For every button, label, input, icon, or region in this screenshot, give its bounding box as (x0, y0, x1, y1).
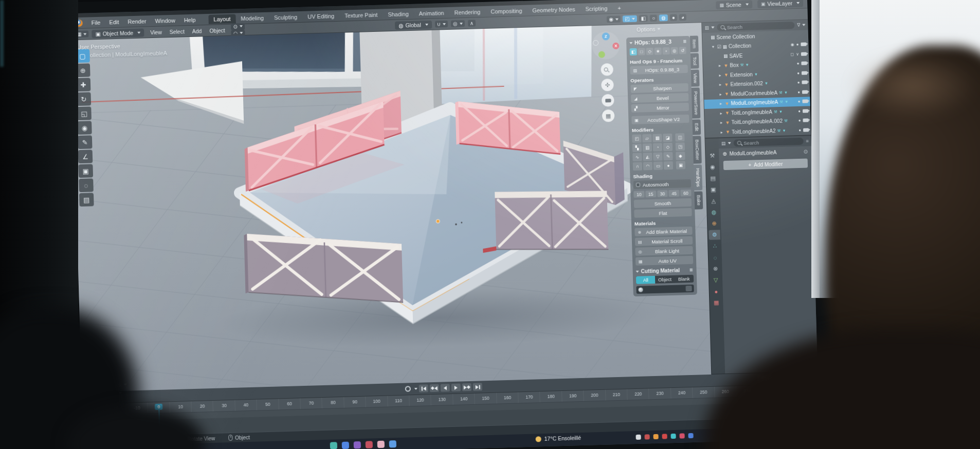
tray-icon[interactable] (679, 433, 684, 438)
tab-world[interactable]: ◍ (708, 207, 720, 217)
workspace-tab[interactable]: Texture Paint (339, 10, 383, 20)
camera-icon[interactable] (802, 81, 807, 84)
orientation-dropdown[interactable]: ◍ Global (395, 20, 432, 29)
eye-icon[interactable]: ● (796, 61, 799, 66)
perspective-toggle-icon[interactable]: ▦ (602, 109, 615, 122)
mode-dropdown[interactable]: ▣ Object Mode (92, 28, 144, 38)
modifier-icon-button[interactable]: ▱ (642, 134, 651, 142)
angle-preset-button[interactable]: 45 (669, 190, 680, 197)
tab-render[interactable]: ◉ (707, 162, 719, 172)
tray-icon[interactable] (670, 434, 676, 439)
cut-segment-button[interactable]: Blank (675, 275, 694, 283)
tab-physics[interactable]: ◌ (710, 252, 721, 263)
dash-icon[interactable]: ∨ (796, 52, 799, 57)
cutting-material-header[interactable]: Cutting Material (641, 268, 680, 274)
properties-search-input[interactable]: Search (733, 138, 804, 147)
expand-arrow-icon[interactable]: ▾ (711, 45, 715, 49)
expand-arrow-icon[interactable]: ▸ (719, 120, 723, 125)
camera-view-icon[interactable] (602, 94, 614, 107)
view-layer-selector[interactable]: ▣ ViewLayer (757, 0, 804, 8)
modifier-icon-button[interactable]: ∩ (633, 162, 642, 171)
tab-scene[interactable]: ◬ (708, 196, 720, 206)
scene-selector[interactable]: ▩ Scene (716, 0, 752, 9)
viewport-menu-item[interactable]: View (147, 28, 165, 36)
checkbox-icon[interactable] (636, 183, 640, 187)
play-button[interactable] (451, 384, 461, 391)
workspace-tab[interactable]: Compositing (485, 6, 528, 16)
prev-keyframe-button[interactable] (430, 384, 439, 392)
wall-module-gray-right[interactable] (481, 189, 608, 253)
tab-data[interactable]: ▽ (710, 275, 722, 285)
viewport-menu-item[interactable]: Add (189, 27, 205, 35)
menu-item[interactable]: File (87, 18, 104, 27)
camera-icon[interactable] (802, 90, 808, 93)
workspace-tab[interactable]: Modeling (235, 13, 269, 23)
sidebar-tab[interactable]: HardOps (694, 164, 702, 190)
gizmo-x-axis[interactable]: X (612, 43, 619, 49)
tab-material[interactable]: ● (710, 286, 722, 296)
add-modifier-button[interactable]: + Add Modifier (723, 159, 808, 171)
cut-segment-button[interactable]: Object (655, 275, 675, 284)
accushape-button[interactable]: ▣AccuShape V2 (631, 115, 689, 124)
workspace-tab[interactable]: Scripting (580, 4, 612, 14)
tool-11[interactable]: ▤ (79, 193, 94, 207)
tab-tool[interactable]: ⚒ (706, 151, 718, 161)
hops-quick-icon[interactable]: ◧ (629, 48, 637, 55)
workspace-tab[interactable]: Shading (383, 9, 414, 19)
sidebar-tab[interactable]: Bake (694, 191, 703, 209)
tab-modifiers[interactable]: ⚙ (709, 230, 720, 240)
operator-button[interactable]: ▞Mirror (631, 103, 689, 113)
workspace-tab[interactable]: Rendering (449, 7, 485, 17)
modifier-icon-button[interactable]: ▽ (653, 152, 662, 160)
taskbar-app-icon[interactable] (366, 441, 373, 448)
zoom-icon[interactable] (601, 63, 613, 76)
camera-icon[interactable] (803, 128, 809, 132)
gizmo-y-axis[interactable] (598, 51, 605, 58)
tool-transform[interactable]: ◉ (77, 121, 92, 135)
menu-item[interactable]: Help (180, 15, 199, 24)
tray-icon[interactable] (662, 434, 667, 439)
auto-key-record-icon[interactable] (405, 386, 411, 391)
jump-to-start-button[interactable] (419, 384, 428, 392)
eye-icon[interactable]: ● (798, 109, 801, 114)
viewport-3d[interactable]: User Perspective (0) Collection | ModulL… (72, 23, 712, 392)
workspace-tab[interactable]: UV Editing (302, 11, 339, 21)
modifier-icon-button[interactable]: ◠ (643, 162, 652, 170)
hops-quick-icon[interactable]: ▫ (662, 47, 669, 54)
shading-rendered[interactable]: ◕ (679, 14, 686, 21)
tool-add-cube[interactable]: ▣ (78, 164, 93, 178)
editor-type-dropdown[interactable]: ▤ (721, 141, 731, 146)
hops-title[interactable]: HOps: 0.9.88_3 (634, 39, 672, 46)
options-dropdown[interactable]: Options (637, 26, 661, 32)
check-icon[interactable]: ◻ (790, 52, 794, 57)
material-button[interactable]: ◎Blank Light (635, 246, 693, 256)
taskbar-app-icon[interactable] (377, 441, 385, 448)
operator-button[interactable]: ◤Sharpen (630, 83, 688, 93)
taskbar-app-icon[interactable] (389, 440, 396, 447)
modifier-side-button[interactable]: ◆ (676, 152, 685, 160)
modifier-icon-button[interactable]: ✎ (663, 152, 673, 160)
modifier-icon-button[interactable]: ◇ (663, 143, 673, 151)
tool-scale[interactable]: ◱ (77, 106, 92, 120)
sidebar-tab[interactable]: View (691, 69, 700, 87)
menu-item[interactable]: Edit (105, 17, 122, 26)
operator-button[interactable]: ◢Bevel (631, 93, 688, 103)
tray-icon[interactable] (644, 434, 649, 439)
gizmo-z-axis[interactable]: Z (602, 32, 610, 40)
gizmo-neg-axis[interactable] (593, 40, 598, 46)
sidebar-tab[interactable]: Edit (692, 120, 701, 135)
angle-preset-button[interactable]: 30 (657, 190, 668, 197)
tab-texture[interactable]: ▦ (711, 297, 722, 308)
material-button[interactable]: ▤Material Scroll (635, 236, 693, 246)
sidebar-tab[interactable]: Item (690, 35, 699, 52)
tool-measure[interactable]: ∠ (78, 149, 93, 163)
angle-preset-button[interactable]: 60 (680, 190, 691, 197)
gizmo-dropdown[interactable]: ◉ (607, 16, 621, 23)
camera-icon[interactable] (803, 109, 808, 113)
cutting-material-field[interactable] (636, 285, 694, 294)
taskbar-app-icon[interactable] (330, 442, 337, 449)
hops-quick-icon[interactable]: ◇ (646, 48, 653, 55)
modifier-icon-button[interactable]: ▚ (632, 144, 642, 152)
collection-checkbox[interactable]: ☑ (717, 44, 721, 49)
viewport-menu-item[interactable]: Object (206, 26, 228, 34)
